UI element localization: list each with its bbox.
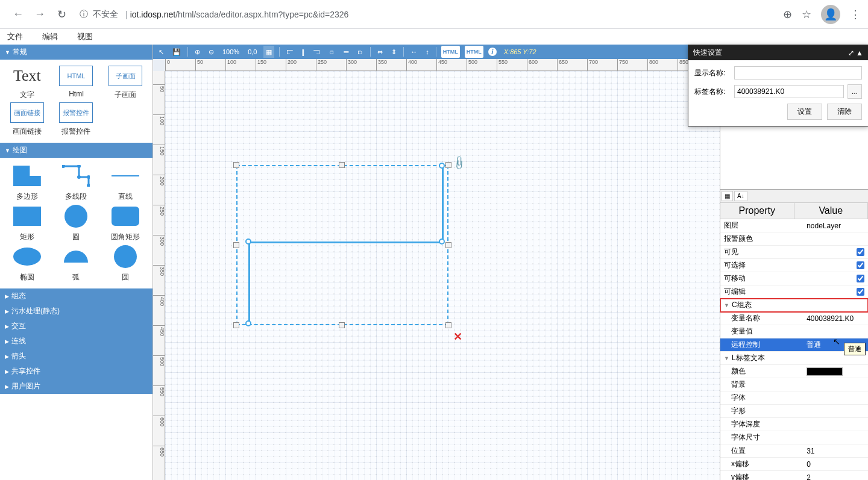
- shape-tool-圆角矩形[interactable]: 圆角矩形: [101, 204, 150, 242]
- prop-row-字体[interactable]: 字体: [720, 391, 868, 405]
- grid-view-icon[interactable]: ▦: [722, 191, 733, 201]
- tool-报警控件[interactable]: 报警控件报警控件: [52, 102, 101, 137]
- section-wushui[interactable]: 污水处理(静态): [0, 304, 153, 319]
- section-jiantou[interactable]: 箭头: [0, 349, 153, 364]
- html-badge-1[interactable]: HTML: [441, 46, 460, 58]
- menu-view[interactable]: 视图: [77, 31, 93, 42]
- section-draw[interactable]: 绘图: [0, 143, 153, 158]
- align-top-icon[interactable]: ⫏: [327, 46, 337, 58]
- star-icon[interactable]: ☆: [802, 8, 811, 21]
- handle-se[interactable]: [445, 322, 451, 328]
- handle-n[interactable]: [339, 162, 345, 168]
- prop-row-y偏移[interactable]: y偏移2: [720, 471, 868, 480]
- vertex-node[interactable]: [439, 163, 445, 169]
- handle-nw[interactable]: [233, 162, 239, 168]
- section-lianxian[interactable]: 连线: [0, 334, 153, 349]
- tool-子画面[interactable]: 子画面子画面: [101, 66, 150, 100]
- tool-文字[interactable]: Text文字: [2, 66, 52, 100]
- shape-tool-弧[interactable]: 弧: [52, 245, 101, 282]
- menu-file[interactable]: 文件: [7, 31, 23, 42]
- back-button[interactable]: ←: [10, 6, 27, 23]
- prop-row-x偏移[interactable]: x偏移0: [720, 458, 868, 471]
- handle-s[interactable]: [339, 322, 345, 328]
- zoom-in-icon[interactable]: ⊕: [193, 46, 202, 58]
- shape-segment[interactable]: [248, 242, 250, 323]
- vertex-node[interactable]: [439, 238, 445, 245]
- prop-row-可编辑[interactable]: 可编辑: [720, 285, 868, 299]
- align-bottom-icon[interactable]: ⫐: [355, 46, 365, 58]
- zoom-level[interactable]: 100%: [221, 46, 241, 58]
- zoom-icon[interactable]: ⊕: [783, 8, 792, 21]
- tag-name-input[interactable]: [734, 85, 844, 98]
- zoom-out-icon[interactable]: ⊖: [207, 46, 216, 58]
- handle-e[interactable]: [445, 242, 451, 248]
- dist-h-icon[interactable]: ⇔: [376, 46, 385, 58]
- html-badge-2[interactable]: HTML: [465, 46, 483, 58]
- prop-row-字体深度[interactable]: 字体深度: [720, 418, 868, 431]
- tool-Html[interactable]: HTMLHtml: [52, 66, 101, 100]
- property-view-tabs[interactable]: ▦ A↓: [720, 190, 868, 203]
- shape-tool-直线[interactable]: 直线: [101, 164, 150, 202]
- tag-picker-button[interactable]: ...: [848, 84, 862, 99]
- section-gongxiang[interactable]: 共享控件: [0, 364, 153, 379]
- pointer-tool-icon[interactable]: ↖: [157, 46, 166, 58]
- prop-row-可见[interactable]: 可见: [720, 246, 868, 259]
- vertex-node[interactable]: [245, 238, 251, 245]
- sort-view-icon[interactable]: A↓: [734, 191, 747, 201]
- shape-tool-多线段[interactable]: 多线段: [52, 164, 101, 202]
- shape-segment[interactable]: [442, 166, 444, 243]
- quick-settings-header[interactable]: 快速设置 ⤢ ▲: [688, 45, 868, 60]
- prop-row-位置[interactable]: 位置31: [720, 444, 868, 458]
- shape-segment[interactable]: [248, 242, 444, 243]
- prop-row-字体尺寸[interactable]: 字体尺寸: [720, 431, 868, 444]
- tool-画面链接[interactable]: 画面链接画面链接: [2, 102, 52, 137]
- handle-ne[interactable]: [445, 162, 451, 168]
- clear-button[interactable]: 清除: [827, 104, 862, 120]
- prop-row-可移动[interactable]: 可移动: [720, 272, 868, 285]
- shape-tool-椭圆[interactable]: 椭圆: [2, 245, 52, 282]
- align-left-icon[interactable]: ⫍: [285, 46, 295, 58]
- prop-row-可选择[interactable]: 可选择: [720, 259, 868, 272]
- prop-row-图层[interactable]: 图层nodeLayer: [720, 219, 868, 232]
- info-tool-icon[interactable]: i: [488, 48, 497, 56]
- menu-edit[interactable]: 编辑: [42, 31, 58, 42]
- grid-icon[interactable]: ▦: [263, 46, 274, 58]
- prop-row-C组态[interactable]: ▼C组态: [720, 299, 868, 312]
- address-bar[interactable]: ⓘ 不安全 | iot.idosp.net/html/scada/editor.…: [80, 9, 776, 20]
- save-icon[interactable]: 💾: [171, 46, 183, 58]
- section-yonghu[interactable]: 用户图片: [0, 379, 153, 394]
- prop-row-背景[interactable]: 背景: [720, 378, 868, 391]
- same-width-icon[interactable]: ↔: [409, 46, 419, 58]
- forward-button[interactable]: →: [31, 6, 48, 23]
- prop-row-报警颜色[interactable]: 报警颜色: [720, 232, 868, 246]
- prop-row-字形[interactable]: 字形: [720, 405, 868, 418]
- same-height-icon[interactable]: ↕: [424, 46, 431, 58]
- shape-tool-多边形[interactable]: 多边形: [2, 164, 52, 202]
- section-jiaohu[interactable]: 交互: [0, 319, 153, 334]
- handle-w[interactable]: [233, 242, 239, 248]
- section-zutai[interactable]: 组态: [0, 288, 153, 304]
- section-normal[interactable]: 常规: [0, 45, 153, 60]
- handle-sw[interactable]: [233, 322, 239, 328]
- dist-v-icon[interactable]: ⇕: [389, 46, 398, 58]
- kebab-menu-icon[interactable]: ⋮: [850, 8, 861, 21]
- profile-avatar[interactable]: 👤: [821, 5, 840, 24]
- delete-marker-icon[interactable]: ✕: [453, 330, 462, 343]
- attachment-icon[interactable]: 📎: [451, 155, 468, 172]
- prop-row-变量名称[interactable]: 变量名称400038921.K0: [720, 312, 868, 325]
- reload-button[interactable]: ↻: [53, 6, 70, 23]
- display-name-input[interactable]: [734, 66, 862, 79]
- align-middle-icon[interactable]: ═: [342, 46, 350, 58]
- set-button[interactable]: 设置: [787, 104, 822, 120]
- shape-tool-矩形[interactable]: 矩形: [2, 204, 52, 242]
- align-right-icon[interactable]: ⫎: [312, 46, 322, 58]
- prop-row-颜色[interactable]: 颜色: [720, 365, 868, 378]
- shape-tool-圆[interactable]: 圆: [101, 245, 150, 282]
- prop-row-变量值[interactable]: 变量值: [720, 325, 868, 338]
- canvas[interactable]: 📎 ✕: [165, 71, 720, 480]
- panel-collapse-icon[interactable]: ⤢ ▲: [848, 49, 863, 57]
- vertex-node[interactable]: [245, 320, 251, 326]
- info-icon: ⓘ: [80, 9, 88, 20]
- align-center-icon[interactable]: ‖: [300, 46, 307, 58]
- shape-tool-圆[interactable]: 圆: [52, 204, 101, 242]
